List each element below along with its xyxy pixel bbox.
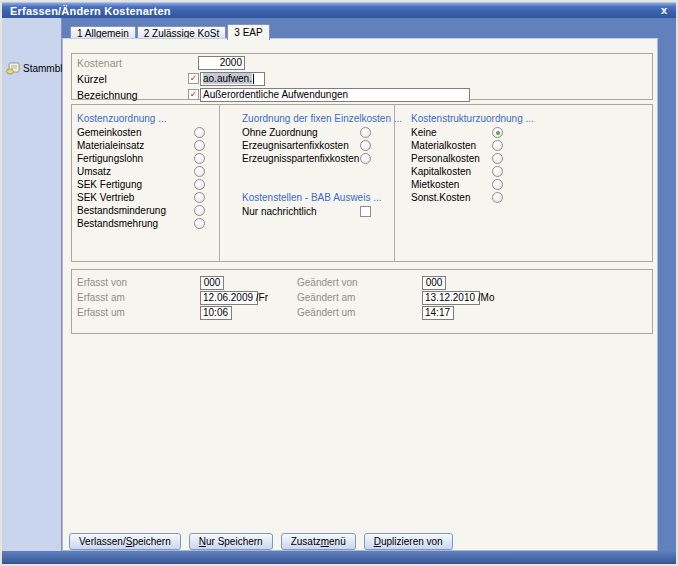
stammblatt-icon: [6, 62, 20, 75]
radio-gemeinkosten[interactable]: [194, 127, 205, 138]
option-sek-fertigung: SEK Fertigung: [72, 178, 219, 191]
erfasst-am-value[interactable]: 12.06.2009 /Fr: [200, 291, 258, 305]
option-personalkosten: Personalkosten: [395, 152, 653, 165]
group-title: Kostenstrukturzuordnung ...: [395, 113, 653, 126]
option-erzeugnisartenfixkosten: Erzeugnisartenfixkosten: [220, 139, 394, 152]
verlassen-speichern-button[interactable]: Verlassen/Speichern: [69, 533, 181, 550]
option-kapitalkosten: Kapitalkosten: [395, 165, 653, 178]
nur-speichern-button[interactable]: Nur Speichern: [189, 533, 273, 550]
erfasst-um-label: Erfasst um: [77, 307, 125, 318]
duplizieren-von-button[interactable]: Duplizieren von: [364, 533, 453, 550]
radio-mietkosten[interactable]: [492, 179, 503, 190]
audit-fieldset: Erfasst von 000 Geändert von 000 Erfasst…: [71, 269, 653, 334]
window-title: Erfassen/Ändern Kostenarten: [2, 5, 171, 17]
option-materialeinsatz: Materialeinsatz: [72, 139, 219, 152]
radio-bestandsmehrung[interactable]: [194, 218, 205, 229]
radio-kapitalkosten[interactable]: [492, 166, 503, 177]
option-ohne-zuordnung: Ohne Zuordnung: [220, 126, 394, 139]
radio-sek-fertigung[interactable]: [194, 179, 205, 190]
erfasst-um-value[interactable]: 10:06: [200, 306, 232, 320]
text-caret: [253, 74, 254, 84]
spacer: [220, 179, 394, 192]
radio-umsatz[interactable]: [194, 166, 205, 177]
erfasst-von-value[interactable]: 000: [200, 276, 224, 290]
option-fertigungslohn: Fertigungslohn: [72, 152, 219, 165]
kostenart-label: Kostenart: [77, 57, 122, 69]
option-erzeugnisspartenfixkosten: Erzeugnisspartenfixkosten: [220, 152, 394, 165]
option-mietkosten: Mietkosten: [395, 178, 653, 191]
option-sonst-kosten: Sonst.Kosten: [395, 191, 653, 204]
bezeichnung-row: Bezeichnung ✓ Außerordentliche Aufwendun…: [72, 88, 652, 102]
window-bottom-border: [2, 551, 676, 564]
main-area: 1 Allgemein 2 Zulässige KoSt 3 EAP Koste…: [62, 18, 676, 551]
audit-row-um: Erfasst um 10:06 Geändert um 14:17: [72, 306, 652, 320]
radio-personalkosten[interactable]: [492, 153, 503, 164]
kuerzel-check-icon[interactable]: ✓: [188, 73, 199, 84]
titlebar[interactable]: Erfassen/Ändern Kostenarten x: [2, 2, 676, 18]
radio-erzeugnisartenfixkosten[interactable]: [360, 140, 371, 151]
kuerzel-row: Kürzel ✓ ao.aufwen.: [72, 72, 652, 86]
kuerzel-label: Kürzel: [77, 73, 107, 85]
geaendert-am-value[interactable]: 13.12.2010 /Mo: [422, 291, 480, 305]
option-umsatz: Umsatz: [72, 165, 219, 178]
radio-erzeugnisspartenfixkosten[interactable]: [360, 153, 371, 164]
fixe-einzelkosten-group: Zuordnung der fixen Einzelkosten ... Ohn…: [220, 113, 394, 261]
erfasst-am-label: Erfasst am: [77, 292, 125, 303]
kostenzuordnung-group: Kostenzuordnung ... Gemeinkosten Materia…: [72, 113, 219, 261]
erfasst-von-label: Erfasst von: [77, 277, 127, 288]
bezeichnung-label: Bezeichnung: [77, 89, 138, 101]
header-fieldset: Kostenart 2000 Kürzel ✓ ao.aufwen. Bezei…: [71, 53, 653, 100]
audit-row-von: Erfasst von 000 Geändert von 000: [72, 276, 652, 290]
kostenstruktur-group: Kostenstrukturzuordnung ... Keine Materi…: [395, 113, 653, 261]
radio-materialeinsatz[interactable]: [194, 140, 205, 151]
option-sek-vertrieb: SEK Vertrieb: [72, 191, 219, 204]
spacer: [220, 165, 394, 179]
bab-group-title: Kostenstellen - BAB Ausweis ...: [220, 192, 394, 205]
geaendert-am-label: Geändert am: [297, 292, 355, 303]
radio-ohne-zuordnung[interactable]: [360, 127, 371, 138]
radio-materialkosten[interactable]: [492, 140, 503, 151]
geaendert-um-value[interactable]: 14:17: [422, 306, 454, 320]
option-bestandsminderung: Bestandsminderung: [72, 204, 219, 217]
geaendert-um-label: Geändert um: [297, 307, 355, 318]
option-gemeinkosten: Gemeinkosten: [72, 126, 219, 139]
radio-bestandsminderung[interactable]: [194, 205, 205, 216]
bezeichnung-check-icon[interactable]: ✓: [188, 89, 199, 100]
tab-eap[interactable]: 3 EAP: [227, 24, 269, 40]
kuerzel-input[interactable]: ao.aufwen.: [200, 72, 265, 86]
sidebar: Stammblatt: [2, 18, 62, 551]
form-panel: Kostenart 2000 Kürzel ✓ ao.aufwen. Bezei…: [62, 38, 658, 551]
close-icon[interactable]: x: [661, 3, 667, 18]
geaendert-von-label: Geändert von: [297, 277, 358, 288]
option-bestandsmehrung: Bestandsmehrung: [72, 217, 219, 230]
bezeichnung-input[interactable]: Außerordentliche Aufwendungen: [200, 88, 470, 102]
kostenart-row: Kostenart 2000: [72, 56, 652, 70]
radio-keine[interactable]: [492, 127, 503, 138]
app-window: Erfassen/Ändern Kostenarten x Stammblatt…: [0, 0, 678, 566]
option-nur-nachrichtlich: Nur nachrichtlich: [220, 205, 394, 218]
zusatzmenu-button[interactable]: Zusatzmenü: [281, 533, 356, 550]
radio-fertigungslohn[interactable]: [194, 153, 205, 164]
radio-sek-vertrieb[interactable]: [194, 192, 205, 203]
group-title: Zuordnung der fixen Einzelkosten ...: [220, 113, 394, 126]
geaendert-von-value[interactable]: 000: [422, 276, 446, 290]
group-title: Kostenzuordnung ...: [72, 113, 219, 126]
kostenart-input[interactable]: 2000: [198, 56, 245, 70]
checkbox-nur-nachrichtlich[interactable]: [360, 206, 371, 217]
option-materialkosten: Materialkosten: [395, 139, 653, 152]
radio-sonst-kosten[interactable]: [492, 192, 503, 203]
button-bar: Verlassen/Speichern Nur Speichern Zusatz…: [69, 533, 453, 550]
option-keine: Keine: [395, 126, 653, 139]
audit-row-am: Erfasst am 12.06.2009 /Fr Geändert am 13…: [72, 291, 652, 305]
assignment-fieldset: Kostenzuordnung ... Gemeinkosten Materia…: [71, 104, 653, 262]
